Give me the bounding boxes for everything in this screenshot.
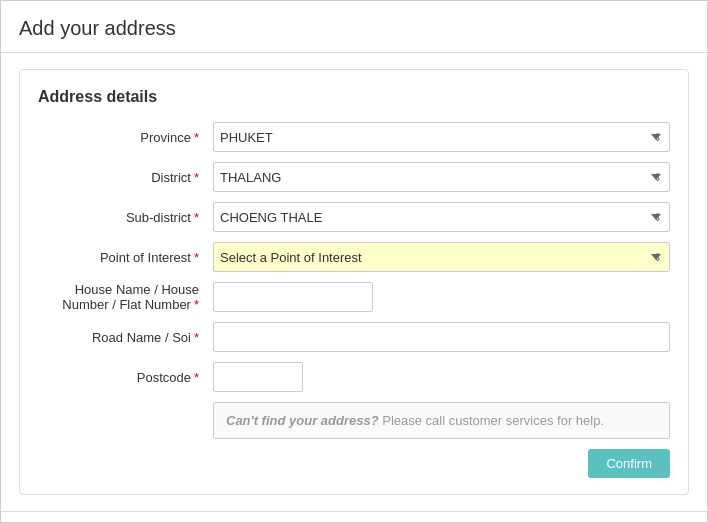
province-label: Province* — [38, 130, 213, 145]
subdistrict-select[interactable]: CHOENG THALE — [213, 202, 670, 232]
province-select-wrapper: PHUKET — [213, 122, 670, 152]
subdistrict-select-wrapper: CHOENG THALE — [213, 202, 670, 232]
road-input[interactable] — [213, 322, 670, 352]
house-row: House Name / House Number / Flat Number* — [38, 282, 670, 312]
road-label: Road Name / Soi* — [38, 330, 213, 345]
province-row: Province* PHUKET — [38, 122, 670, 152]
poi-select[interactable]: Select a Point of Interest — [213, 242, 670, 272]
page-footer — [1, 511, 707, 512]
confirm-row: Confirm — [38, 449, 670, 478]
postcode-row: Postcode* — [38, 362, 670, 392]
poi-row: Point of Interest* Select a Point of Int… — [38, 242, 670, 272]
district-select[interactable]: THALANG — [213, 162, 670, 192]
cant-find-box: Can't find your address? Please call cus… — [213, 402, 670, 439]
cant-find-bold: Can't find your address? — [226, 413, 379, 428]
postcode-input[interactable] — [213, 362, 303, 392]
province-select[interactable]: PHUKET — [213, 122, 670, 152]
section-title: Address details — [38, 88, 670, 106]
district-label: District* — [38, 170, 213, 185]
road-row: Road Name / Soi* — [38, 322, 670, 352]
subdistrict-label: Sub-district* — [38, 210, 213, 225]
page-header: Add your address — [1, 1, 707, 53]
postcode-label: Postcode* — [38, 370, 213, 385]
house-label: House Name / House Number / Flat Number* — [38, 282, 213, 312]
poi-label: Point of Interest* — [38, 250, 213, 265]
poi-select-wrapper: Select a Point of Interest — [213, 242, 670, 272]
district-select-wrapper: THALANG — [213, 162, 670, 192]
subdistrict-row: Sub-district* CHOENG THALE — [38, 202, 670, 232]
page-title: Add your address — [19, 17, 689, 40]
confirm-button[interactable]: Confirm — [588, 449, 670, 478]
house-input[interactable] — [213, 282, 373, 312]
district-row: District* THALANG — [38, 162, 670, 192]
form-section: Address details Province* PHUKET Distric… — [19, 69, 689, 495]
cant-find-text: Please call customer services for help. — [379, 413, 604, 428]
